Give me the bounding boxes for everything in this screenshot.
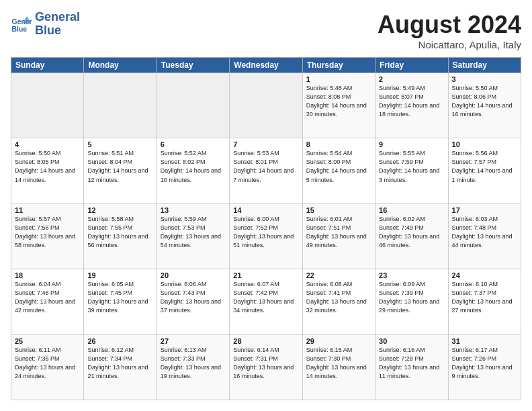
- day-number: 28: [233, 337, 298, 345]
- page: General Blue General Blue August 2024 No…: [0, 0, 532, 411]
- day-info: Sunrise: 6:09 AM Sunset: 7:39 PM Dayligh…: [379, 280, 444, 315]
- month-title: August 2024: [378, 11, 521, 39]
- logo: General Blue General Blue: [11, 11, 80, 38]
- calendar-body: 1Sunrise: 5:48 AM Sunset: 8:08 PM Daylig…: [11, 73, 521, 400]
- day-info: Sunrise: 6:07 AM Sunset: 7:42 PM Dayligh…: [233, 280, 298, 315]
- day-info: Sunrise: 5:58 AM Sunset: 7:55 PM Dayligh…: [87, 215, 152, 250]
- day-info: Sunrise: 6:14 AM Sunset: 7:31 PM Dayligh…: [233, 346, 298, 381]
- day-number: 25: [15, 337, 80, 345]
- weekday-header-row: SundayMondayTuesdayWednesdayThursdayFrid…: [11, 58, 521, 73]
- title-block: August 2024 Noicattaro, Apulia, Italy: [378, 11, 521, 50]
- day-info: Sunrise: 5:57 AM Sunset: 7:56 PM Dayligh…: [15, 215, 80, 250]
- calendar-cell: 6Sunrise: 5:52 AM Sunset: 8:02 PM Daylig…: [157, 138, 229, 203]
- day-number: 5: [87, 140, 152, 148]
- day-number: 10: [452, 140, 517, 148]
- calendar-cell: 16Sunrise: 6:02 AM Sunset: 7:49 PM Dayli…: [375, 203, 448, 269]
- calendar-cell: 14Sunrise: 6:00 AM Sunset: 7:52 PM Dayli…: [230, 203, 302, 269]
- day-info: Sunrise: 6:00 AM Sunset: 7:52 PM Dayligh…: [233, 215, 298, 250]
- calendar-cell: 3Sunrise: 5:50 AM Sunset: 8:06 PM Daylig…: [448, 73, 521, 138]
- calendar-cell: 21Sunrise: 6:07 AM Sunset: 7:42 PM Dayli…: [230, 269, 302, 334]
- day-number: 6: [161, 140, 226, 148]
- day-info: Sunrise: 5:48 AM Sunset: 8:08 PM Dayligh…: [306, 84, 371, 119]
- svg-text:Blue: Blue: [12, 26, 28, 33]
- weekday-header-wednesday: Wednesday: [230, 58, 302, 73]
- day-number: 4: [15, 140, 80, 148]
- day-number: 16: [379, 206, 444, 214]
- day-number: 7: [233, 140, 298, 148]
- logo-line2: Blue: [35, 24, 80, 38]
- day-number: 12: [87, 206, 152, 214]
- calendar-cell: 15Sunrise: 6:01 AM Sunset: 7:51 PM Dayli…: [302, 203, 375, 269]
- calendar-cell: 26Sunrise: 6:12 AM Sunset: 7:34 PM Dayli…: [84, 334, 157, 400]
- day-info: Sunrise: 5:55 AM Sunset: 7:59 PM Dayligh…: [379, 149, 444, 184]
- calendar-cell: 24Sunrise: 6:10 AM Sunset: 7:37 PM Dayli…: [448, 269, 521, 334]
- general-blue-icon: General Blue: [11, 13, 32, 35]
- day-number: 20: [161, 271, 226, 279]
- calendar-cell: [157, 73, 229, 138]
- day-info: Sunrise: 5:59 AM Sunset: 7:53 PM Dayligh…: [161, 215, 226, 250]
- calendar-cell: 28Sunrise: 6:14 AM Sunset: 7:31 PM Dayli…: [230, 334, 302, 400]
- calendar-week-2: 4Sunrise: 5:50 AM Sunset: 8:05 PM Daylig…: [11, 138, 521, 203]
- weekday-header-saturday: Saturday: [448, 58, 521, 73]
- calendar-cell: 12Sunrise: 5:58 AM Sunset: 7:55 PM Dayli…: [84, 203, 157, 269]
- calendar-cell: 7Sunrise: 5:53 AM Sunset: 8:01 PM Daylig…: [230, 138, 302, 203]
- calendar-cell: 27Sunrise: 6:13 AM Sunset: 7:33 PM Dayli…: [157, 334, 229, 400]
- day-number: 14: [233, 206, 298, 214]
- calendar-cell: [11, 73, 84, 138]
- day-info: Sunrise: 5:49 AM Sunset: 8:07 PM Dayligh…: [379, 84, 444, 119]
- calendar-cell: 1Sunrise: 5:48 AM Sunset: 8:08 PM Daylig…: [302, 73, 375, 138]
- day-number: 17: [452, 206, 517, 214]
- calendar-cell: 2Sunrise: 5:49 AM Sunset: 8:07 PM Daylig…: [375, 73, 448, 138]
- calendar-cell: 4Sunrise: 5:50 AM Sunset: 8:05 PM Daylig…: [11, 138, 84, 203]
- day-info: Sunrise: 6:01 AM Sunset: 7:51 PM Dayligh…: [306, 215, 371, 250]
- weekday-header-friday: Friday: [375, 58, 448, 73]
- day-number: 8: [306, 140, 371, 148]
- header: General Blue General Blue August 2024 No…: [11, 11, 521, 50]
- day-info: Sunrise: 5:51 AM Sunset: 8:04 PM Dayligh…: [87, 149, 152, 184]
- weekday-header-sunday: Sunday: [11, 58, 84, 73]
- calendar-cell: 25Sunrise: 6:11 AM Sunset: 7:36 PM Dayli…: [11, 334, 84, 400]
- day-info: Sunrise: 5:56 AM Sunset: 7:57 PM Dayligh…: [452, 149, 517, 184]
- day-info: Sunrise: 6:15 AM Sunset: 7:30 PM Dayligh…: [306, 346, 371, 381]
- calendar-cell: [230, 73, 302, 138]
- day-info: Sunrise: 6:06 AM Sunset: 7:43 PM Dayligh…: [161, 280, 226, 315]
- calendar-cell: 19Sunrise: 6:05 AM Sunset: 7:45 PM Dayli…: [84, 269, 157, 334]
- day-number: 19: [87, 271, 152, 279]
- calendar-cell: 23Sunrise: 6:09 AM Sunset: 7:39 PM Dayli…: [375, 269, 448, 334]
- day-info: Sunrise: 6:13 AM Sunset: 7:33 PM Dayligh…: [161, 346, 226, 381]
- calendar-cell: 18Sunrise: 6:04 AM Sunset: 7:46 PM Dayli…: [11, 269, 84, 334]
- weekday-header-thursday: Thursday: [302, 58, 375, 73]
- day-info: Sunrise: 6:05 AM Sunset: 7:45 PM Dayligh…: [87, 280, 152, 315]
- day-info: Sunrise: 6:16 AM Sunset: 7:28 PM Dayligh…: [379, 346, 444, 381]
- day-number: 1: [306, 75, 371, 83]
- day-info: Sunrise: 6:03 AM Sunset: 7:48 PM Dayligh…: [452, 215, 517, 250]
- day-info: Sunrise: 5:53 AM Sunset: 8:01 PM Dayligh…: [233, 149, 298, 184]
- calendar-cell: 29Sunrise: 6:15 AM Sunset: 7:30 PM Dayli…: [302, 334, 375, 400]
- logo-line1: General: [35, 11, 80, 24]
- calendar-header: SundayMondayTuesdayWednesdayThursdayFrid…: [11, 58, 521, 73]
- day-info: Sunrise: 5:50 AM Sunset: 8:06 PM Dayligh…: [452, 84, 517, 119]
- calendar-cell: 17Sunrise: 6:03 AM Sunset: 7:48 PM Dayli…: [448, 203, 521, 269]
- day-number: 18: [15, 271, 80, 279]
- day-number: 2: [379, 75, 444, 83]
- day-info: Sunrise: 5:54 AM Sunset: 8:00 PM Dayligh…: [306, 149, 371, 184]
- day-number: 24: [452, 271, 517, 279]
- day-info: Sunrise: 6:12 AM Sunset: 7:34 PM Dayligh…: [87, 346, 152, 381]
- day-info: Sunrise: 6:02 AM Sunset: 7:49 PM Dayligh…: [379, 215, 444, 250]
- day-number: 29: [306, 337, 371, 345]
- day-number: 9: [379, 140, 444, 148]
- calendar-week-4: 18Sunrise: 6:04 AM Sunset: 7:46 PM Dayli…: [11, 269, 521, 334]
- calendar-cell: 13Sunrise: 5:59 AM Sunset: 7:53 PM Dayli…: [157, 203, 229, 269]
- calendar-cell: 20Sunrise: 6:06 AM Sunset: 7:43 PM Dayli…: [157, 269, 229, 334]
- day-number: 27: [161, 337, 226, 345]
- calendar-table: SundayMondayTuesdayWednesdayThursdayFrid…: [11, 57, 521, 400]
- day-info: Sunrise: 6:04 AM Sunset: 7:46 PM Dayligh…: [15, 280, 80, 315]
- calendar-cell: 11Sunrise: 5:57 AM Sunset: 7:56 PM Dayli…: [11, 203, 84, 269]
- day-number: 15: [306, 206, 371, 214]
- day-number: 22: [306, 271, 371, 279]
- day-number: 26: [87, 337, 152, 345]
- calendar-cell: [84, 73, 157, 138]
- calendar-cell: 8Sunrise: 5:54 AM Sunset: 8:00 PM Daylig…: [302, 138, 375, 203]
- day-number: 31: [452, 337, 517, 345]
- calendar-cell: 9Sunrise: 5:55 AM Sunset: 7:59 PM Daylig…: [375, 138, 448, 203]
